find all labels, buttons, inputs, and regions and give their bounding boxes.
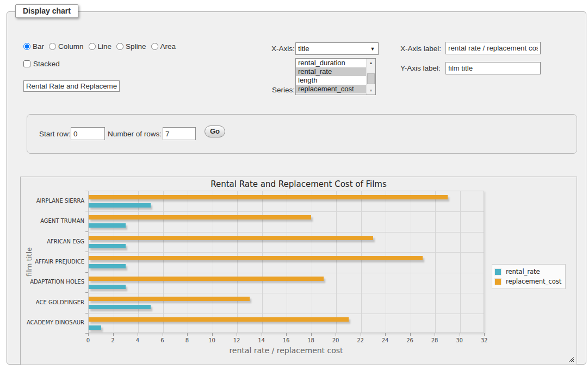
gridline-horizontal — [89, 232, 484, 233]
x-tick-label: 2 — [111, 337, 114, 343]
gridline-vertical — [312, 191, 312, 333]
gridline-vertical — [411, 191, 411, 333]
scroll-down-icon[interactable]: ▼ — [367, 86, 375, 95]
bar-replacement-cost-academy-dinosaur — [89, 317, 349, 322]
chart-type-radio-line[interactable] — [89, 43, 96, 50]
y-axis-label-label: Y-Axis label: — [400, 64, 441, 72]
chart-title-input[interactable] — [23, 80, 120, 92]
x-tick-label: 6 — [160, 337, 164, 343]
x-axis-select-value: title — [296, 45, 367, 53]
chart-type-radio-bar[interactable] — [23, 43, 30, 50]
x-tick-mark — [460, 333, 460, 336]
chart-type-label-bar: Bar — [33, 42, 44, 51]
x-axis-select[interactable]: title ▼ — [295, 42, 379, 55]
page: Display chart BarColumnLineSplineArea St… — [0, 0, 588, 370]
gridline-vertical — [163, 191, 164, 333]
x-axis-title: rental rate / replacement cost — [88, 346, 484, 355]
gridline-horizontal — [89, 293, 484, 293]
series-option-replacement-cost[interactable]: replacement_cost — [296, 85, 366, 93]
x-tick-mark — [435, 333, 435, 336]
x-tick-mark — [361, 333, 361, 336]
scroll-up-icon[interactable]: ▲ — [367, 59, 375, 67]
gridline-horizontal — [89, 252, 484, 253]
chart-type-label-line: Line — [98, 42, 112, 51]
scrollbar-thumb[interactable] — [367, 73, 375, 84]
chart-type-option-spline[interactable]: Spline — [116, 42, 146, 51]
bar-replacement-cost-adaptation-holes — [89, 277, 324, 281]
number-of-rows-input[interactable] — [163, 127, 196, 140]
bar-replacement-cost-african-egg — [89, 236, 373, 240]
x-tick-label: 22 — [357, 337, 364, 343]
bar-rental-rate-adaptation-holes — [89, 285, 126, 289]
x-tick-mark — [88, 333, 89, 336]
x-tick-mark — [385, 333, 386, 336]
category-label: ACE GOLDFINGER — [21, 299, 84, 305]
number-of-rows-label: Number of rows: — [108, 130, 162, 138]
start-row-label: Start row: — [39, 130, 71, 138]
chart-type-option-column[interactable]: Column — [49, 42, 84, 51]
series-option-rental-rate[interactable]: rental_rate — [296, 67, 366, 76]
chart-type-label-spline: Spline — [126, 42, 146, 51]
y-tick-mark — [85, 272, 88, 273]
chart-type-radio-column[interactable] — [49, 43, 56, 50]
x-tick-mark — [484, 333, 485, 336]
x-tick-mark — [187, 333, 188, 336]
legend-entry-replacement-cost: replacement_cost — [494, 277, 561, 286]
series-option-rental-duration[interactable]: rental_duration — [296, 59, 366, 67]
chart-type-radio-area[interactable] — [151, 43, 158, 50]
x-tick-label: 16 — [283, 337, 290, 343]
bar-rental-rate-african-egg — [89, 244, 126, 248]
gridline-vertical — [188, 191, 188, 333]
gridline-vertical — [386, 191, 386, 333]
resize-handle-icon[interactable] — [568, 356, 574, 362]
series-listbox[interactable]: rental_durationrental_ratelengthreplacem… — [295, 58, 376, 95]
bar-replacement-cost-affair-prejudice — [89, 256, 423, 260]
x-tick-label: 8 — [185, 337, 189, 343]
x-axis-select-label: X-Axis: — [271, 45, 295, 53]
y-tick-mark — [85, 333, 88, 334]
chart-type-label-area: Area — [160, 42, 176, 51]
y-tick-mark — [85, 191, 88, 191]
series-listbox-scrollbar[interactable]: ▲ ▼ — [366, 59, 375, 95]
category-label: AFRICAN EGG — [21, 239, 84, 244]
x-tick-mark — [410, 333, 411, 336]
gridline-vertical — [435, 191, 436, 333]
chart-type-label-column: Column — [58, 42, 84, 51]
chart-type-option-line[interactable]: Line — [89, 42, 112, 51]
legend-label: rental_rate — [506, 268, 540, 275]
x-tick-mark — [336, 333, 336, 336]
x-tick-label: 12 — [233, 337, 240, 343]
legend-swatch-replacement-cost — [494, 278, 502, 285]
gridline-horizontal — [89, 273, 484, 273]
y-tick-mark — [85, 292, 88, 293]
x-tick-label: 26 — [406, 337, 413, 343]
start-row-input[interactable] — [71, 127, 105, 140]
x-tick-label: 14 — [258, 337, 265, 343]
x-tick-label: 18 — [307, 337, 314, 343]
chart-type-option-area[interactable]: Area — [151, 42, 176, 51]
stacked-label: Stacked — [33, 60, 60, 68]
stacked-checkbox-row[interactable]: Stacked — [23, 60, 60, 68]
chart-legend: rental_ratereplacement_cost — [492, 264, 566, 289]
stacked-checkbox[interactable] — [23, 60, 30, 67]
x-tick-mark — [163, 333, 163, 336]
fieldset-legend: Display chart — [15, 4, 78, 18]
chart-type-option-bar[interactable]: Bar — [23, 42, 44, 51]
x-tick-label: 30 — [456, 337, 463, 343]
go-button[interactable]: Go — [205, 126, 225, 137]
bar-replacement-cost-airplane-sierra — [89, 195, 448, 199]
gridline-vertical — [237, 191, 238, 333]
x-tick-label: 10 — [208, 337, 215, 343]
x-tick-mark — [113, 333, 114, 336]
x-axis-label-input[interactable] — [445, 42, 541, 54]
x-tick-mark — [262, 333, 262, 336]
bar-rental-rate-affair-prejudice — [89, 264, 126, 268]
chart-title: Rental Rate and Replacement Cost of Film… — [21, 179, 577, 189]
y-axis-label-input[interactable] — [445, 62, 541, 74]
row-controls-panel: Start row: Number of rows: Go — [27, 114, 577, 154]
x-tick-mark — [237, 333, 237, 336]
x-tick-label: 4 — [136, 337, 139, 343]
series-option-length[interactable]: length — [296, 76, 366, 85]
chart-type-radio-spline[interactable] — [116, 43, 123, 50]
series-select-label: Series: — [272, 86, 295, 94]
